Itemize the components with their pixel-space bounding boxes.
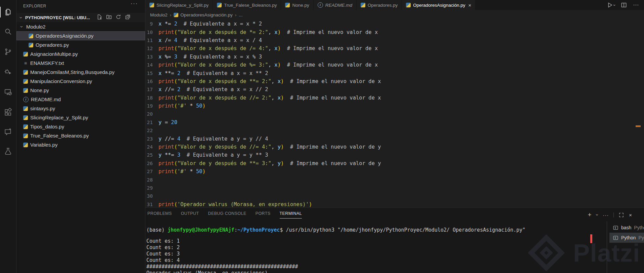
tab-None.py[interactable]: None.py — [281, 0, 313, 10]
tab-SlicingReplace_y_Split.py[interactable]: SlicingReplace_y_Split.py — [145, 0, 213, 10]
maximize-panel-icon[interactable] — [618, 212, 624, 218]
code-text: x //= 2 # Equivalente a x = x // 2 — [158, 86, 268, 92]
separator — [613, 212, 614, 218]
tree-folder-Modulo2[interactable]: ›Modulo2 — [16, 22, 145, 31]
tab-OperadoresAsignación.py[interactable]: OperadoresAsignación.py× — [402, 0, 475, 10]
activity-item-extensions[interactable] — [0, 106, 16, 119]
code-line-17: 17x //= 2 # Equivalente a x = x // 2 — [145, 85, 644, 93]
tree-file-OperadoresAsignación.py[interactable]: OperadoresAsignación.py — [16, 31, 145, 40]
new-terminal-icon[interactable]: + — [588, 211, 592, 219]
tree-file-True_Falese_Boleanos.py[interactable]: True_Falese_Boleanos.py — [16, 131, 145, 140]
activity-item-remote-explorer[interactable] — [0, 85, 16, 99]
line-number: 30 — [145, 193, 153, 199]
chevron-down-icon: › — [18, 15, 24, 20]
code-line-22: 22 — [145, 126, 644, 134]
run-python-file-button[interactable]: › — [606, 2, 615, 8]
tab-README.md[interactable]: iREADME.md — [314, 0, 357, 10]
breadcrumb-item[interactable]: Modulo2 — [150, 12, 168, 17]
launch-profile-dropdown-icon[interactable]: › — [597, 212, 598, 218]
collapse-all-icon[interactable] — [125, 14, 131, 21]
views-more-icon[interactable]: ··· — [603, 212, 609, 218]
line-number: 19 — [145, 103, 153, 109]
panel-tabs: PROBLEMSOUTPUTDEBUG CONSOLEPORTSTERMINAL — [147, 211, 302, 219]
code-line-13: 13x %= 3 # Equivalente a x = x % 3 — [145, 53, 644, 61]
breadcrumb-item[interactable]: OperadoresAsignación.py — [180, 12, 232, 17]
refresh-icon[interactable] — [115, 14, 122, 21]
close-panel-icon[interactable]: × — [629, 212, 632, 218]
terminal-instance-bash[interactable]: $bashPython... — [609, 223, 644, 233]
terminal-output[interactable]: (base) jhonfypy@JhonfypyENAjf:~/PythonPr… — [146, 227, 604, 273]
activity-item-search[interactable] — [0, 25, 16, 38]
panel-tab-debug-console[interactable]: DEBUG CONSOLE — [208, 211, 246, 219]
python-file-icon — [23, 115, 28, 120]
project-root-row[interactable]: › PYTHONPROYEC [WSL: UBU... — [16, 13, 145, 22]
file-label: ENAMSKFY.txt — [30, 60, 64, 66]
more-actions-button[interactable] — [633, 2, 639, 8]
terminal-label: bash — [621, 225, 631, 230]
code-line-19: 19print('#' * 50) — [145, 102, 644, 110]
tab-bar: SlicingReplace_y_Split.pyTrue_Falese_Bol… — [145, 0, 644, 10]
activity-item-source-control[interactable] — [0, 45, 16, 58]
tree-file-ManejoComilasM,String,Busqueda.py[interactable]: ManejoComilasM,String,Busqueda.py — [16, 68, 145, 77]
code-editor[interactable]: 9x *= 2 # Equivalente a x = x * 210print… — [145, 20, 644, 207]
editor-actions: › — [606, 0, 639, 10]
file-tree: ›Modulo2OperadoresAsignación.pyOperadore… — [16, 22, 145, 149]
code-line-23: 23y //= 4 # Equivalente a y = y // 4 — [145, 134, 644, 143]
activity-item-explorer[interactable] — [0, 5, 16, 19]
explorer-more-icon[interactable]: ··· — [131, 1, 138, 7]
tree-file-ENAMSKFY.txt[interactable]: ≡ENAMSKFY.txt — [16, 58, 145, 68]
tree-file-ManipulacionConversion.py[interactable]: ManipulacionConversion.py — [16, 77, 145, 86]
python-file-icon — [23, 124, 28, 129]
python-file-icon — [23, 88, 28, 93]
python-file-icon — [23, 133, 28, 138]
tab-label: None.py — [292, 3, 309, 8]
tree-file-None.py[interactable]: None.py — [16, 86, 145, 95]
extensions-icon — [4, 108, 12, 117]
tree-file-sintaxys.py[interactable]: sintaxys.py — [16, 104, 145, 113]
chevron-down-icon[interactable]: › — [612, 4, 617, 6]
code-text: print("Valor de x después de **= 2:", x)… — [158, 78, 381, 84]
panel-tab-ports[interactable]: PORTS — [256, 211, 271, 219]
python-file-icon — [23, 106, 28, 111]
code-line-24: 24print("Valor de y después de //= 4:", … — [145, 143, 644, 151]
tree-file-AsignacionMultipe.py[interactable]: AsignacionMultipe.py — [16, 49, 145, 58]
tab-Operadores.py[interactable]: Operadores.py — [357, 0, 402, 10]
file-label: sintaxys.py — [30, 106, 55, 111]
source-control-icon — [4, 47, 12, 56]
panel-tab-output[interactable]: OUTPUT — [181, 211, 199, 219]
line-number: 22 — [145, 128, 153, 133]
activity-item-run-debug[interactable] — [0, 65, 16, 79]
tree-file-Tipos_datos.py[interactable]: Tipos_datos.py — [16, 122, 145, 131]
tab-label: SlicingReplace_y_Split.py — [156, 3, 209, 8]
tree-file-Variables.py[interactable]: Variables.py — [16, 140, 145, 149]
tree-file-README.md[interactable]: iREADME.md — [16, 95, 145, 104]
file-label: AsignacionMultipe.py — [30, 51, 78, 57]
new-folder-icon[interactable] — [106, 14, 112, 21]
line-number: 15 — [145, 71, 153, 76]
terminal-output-line: Count es: 3 — [146, 251, 604, 257]
beaker-icon — [4, 147, 12, 156]
search-icon — [4, 27, 12, 36]
split-editor-button[interactable] — [620, 2, 627, 8]
close-icon[interactable]: × — [468, 3, 471, 8]
tab-True_Falese_Boleanos.py[interactable]: True_Falese_Boleanos.py — [213, 0, 281, 10]
line-number: 23 — [145, 136, 153, 142]
files-icon — [4, 8, 12, 16]
terminal-instance-Python[interactable]: $PythonPyth... — [609, 233, 644, 243]
panel-tab-problems[interactable]: PROBLEMS — [147, 211, 172, 219]
tree-file-Operadores.py[interactable]: Operadores.py — [16, 40, 145, 49]
terminal-instance-list: $bashPython...$PythonPyth... — [609, 223, 644, 243]
python-file-icon — [23, 70, 28, 75]
activity-item-testing[interactable] — [0, 145, 16, 158]
text-file-icon: ≡ — [23, 61, 28, 66]
panel-tab-terminal[interactable]: TERMINAL — [280, 211, 302, 219]
activity-item-chat[interactable] — [0, 125, 16, 139]
new-file-icon[interactable] — [96, 14, 103, 21]
tree-file-SlicingReplace_y_Split.py[interactable]: SlicingReplace_y_Split.py — [16, 113, 145, 122]
bottom-panel: Platzi PROBLEMSOUTPUTDEBUG CONSOLEPORTST… — [145, 207, 644, 273]
code-line-28: 28 — [145, 176, 644, 184]
code-text: print("Valor de y después de //= 4:", y)… — [158, 144, 381, 150]
breadcrumb-separator: › — [170, 12, 172, 17]
debug-icon — [4, 68, 12, 76]
breadcrumb-item[interactable]: ... — [239, 12, 242, 17]
